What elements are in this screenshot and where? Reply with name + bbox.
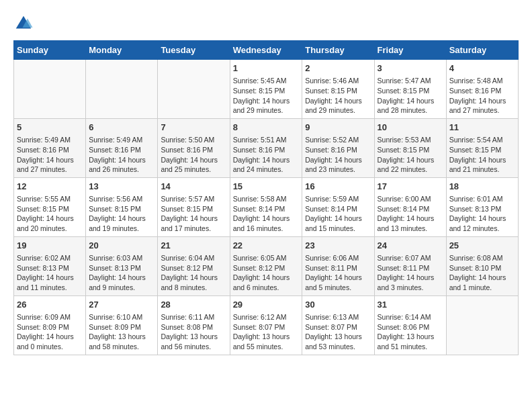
day-info: Sunset: 8:13 PM — [17, 263, 83, 273]
day-number: 13 — [89, 181, 154, 193]
calendar-cell: 22Sunrise: 6:05 AMSunset: 8:12 PMDayligh… — [230, 236, 302, 295]
day-number: 26 — [17, 299, 83, 311]
day-info: Sunrise: 5:50 AM — [161, 135, 226, 145]
day-info: Daylight: 14 hours and 9 minutes. — [89, 273, 154, 292]
calendar-cell: 25Sunrise: 6:08 AMSunset: 8:10 PMDayligh… — [446, 236, 518, 295]
day-info: Sunset: 8:16 PM — [89, 145, 154, 155]
calendar-cell: 31Sunrise: 6:14 AMSunset: 8:06 PMDayligh… — [374, 295, 446, 355]
day-info: Sunrise: 5:58 AM — [233, 194, 300, 204]
weekday-header-thursday: Thursday — [302, 41, 374, 60]
day-info: Sunset: 8:13 PM — [449, 204, 515, 214]
day-info: Sunrise: 5:56 AM — [89, 194, 154, 204]
day-info: Sunset: 8:15 PM — [449, 145, 515, 155]
day-number: 17 — [378, 181, 443, 193]
day-info: Sunrise: 6:03 AM — [89, 253, 154, 263]
calendar-cell — [14, 60, 86, 119]
day-info: Sunset: 8:14 PM — [305, 204, 371, 214]
day-info: Sunrise: 6:09 AM — [17, 312, 83, 322]
day-info: Sunset: 8:10 PM — [449, 263, 515, 273]
day-info: Sunset: 8:16 PM — [233, 145, 300, 155]
day-info: Daylight: 14 hours and 25 minutes. — [161, 155, 226, 175]
day-info: Sunrise: 6:04 AM — [161, 253, 226, 263]
calendar-week-row: 26Sunrise: 6:09 AMSunset: 8:09 PMDayligh… — [14, 295, 519, 355]
calendar-cell: 7Sunrise: 5:50 AMSunset: 8:16 PMDaylight… — [158, 118, 230, 177]
day-info: Daylight: 14 hours and 27 minutes. — [17, 155, 83, 175]
calendar-cell: 23Sunrise: 6:06 AMSunset: 8:11 PMDayligh… — [302, 236, 374, 295]
calendar-cell: 24Sunrise: 6:07 AMSunset: 8:11 PMDayligh… — [374, 236, 446, 295]
calendar-cell: 6Sunrise: 5:49 AMSunset: 8:16 PMDaylight… — [86, 118, 158, 177]
day-info: Sunset: 8:08 PM — [161, 322, 226, 332]
day-number: 18 — [449, 181, 515, 193]
day-info: Daylight: 14 hours and 13 minutes. — [378, 214, 443, 233]
day-info: Sunrise: 6:06 AM — [305, 253, 371, 263]
day-info: Daylight: 14 hours and 29 minutes. — [305, 96, 371, 116]
day-info: Sunrise: 5:54 AM — [449, 135, 515, 145]
day-number: 16 — [305, 181, 371, 193]
day-info: Sunset: 8:07 PM — [233, 322, 300, 332]
day-number: 22 — [233, 240, 300, 252]
weekday-header-tuesday: Tuesday — [158, 41, 230, 60]
calendar-cell: 29Sunrise: 6:12 AMSunset: 8:07 PMDayligh… — [230, 295, 302, 355]
day-number: 28 — [161, 299, 226, 311]
calendar-cell: 9Sunrise: 5:52 AMSunset: 8:16 PMDaylight… — [302, 118, 374, 177]
day-info: Sunrise: 6:00 AM — [378, 194, 443, 204]
day-info: Daylight: 14 hours and 5 minutes. — [305, 273, 371, 292]
calendar-week-row: 12Sunrise: 5:55 AMSunset: 8:15 PMDayligh… — [14, 177, 519, 236]
day-info: Daylight: 14 hours and 27 minutes. — [449, 96, 515, 116]
day-info: Daylight: 14 hours and 6 minutes. — [233, 273, 300, 292]
day-info: Sunrise: 6:01 AM — [449, 194, 515, 204]
day-number: 1 — [233, 62, 300, 75]
day-info: Daylight: 13 hours and 56 minutes. — [161, 332, 226, 351]
calendar-cell: 12Sunrise: 5:55 AMSunset: 8:15 PMDayligh… — [14, 177, 86, 236]
day-info: Daylight: 13 hours and 51 minutes. — [378, 332, 443, 351]
calendar-cell: 2Sunrise: 5:46 AMSunset: 8:15 PMDaylight… — [302, 60, 374, 119]
day-info: Sunrise: 5:52 AM — [305, 135, 371, 145]
day-info: Daylight: 14 hours and 0 minutes. — [17, 332, 83, 351]
calendar-cell: 18Sunrise: 6:01 AMSunset: 8:13 PMDayligh… — [446, 177, 518, 236]
calendar-cell — [158, 60, 230, 119]
day-number: 9 — [305, 122, 371, 134]
day-info: Sunset: 8:16 PM — [161, 145, 226, 155]
day-number: 3 — [378, 62, 443, 75]
day-info: Daylight: 14 hours and 19 minutes. — [89, 214, 154, 233]
day-info: Daylight: 14 hours and 3 minutes. — [378, 273, 443, 292]
day-info: Sunrise: 5:48 AM — [449, 76, 515, 86]
weekday-header-row: SundayMondayTuesdayWednesdayThursdayFrid… — [14, 41, 519, 60]
weekday-header-wednesday: Wednesday — [230, 41, 302, 60]
calendar-week-row: 5Sunrise: 5:49 AMSunset: 8:16 PMDaylight… — [14, 118, 519, 177]
calendar-cell: 3Sunrise: 5:47 AMSunset: 8:15 PMDaylight… — [374, 60, 446, 119]
day-info: Daylight: 14 hours and 26 minutes. — [89, 155, 154, 175]
day-info: Sunset: 8:13 PM — [89, 263, 154, 273]
day-info: Daylight: 14 hours and 15 minutes. — [305, 214, 371, 233]
day-info: Daylight: 13 hours and 55 minutes. — [233, 332, 300, 351]
calendar-week-row: 1Sunrise: 5:45 AMSunset: 8:15 PMDaylight… — [14, 60, 519, 119]
day-info: Sunset: 8:16 PM — [17, 145, 83, 155]
calendar-cell: 19Sunrise: 6:02 AMSunset: 8:13 PMDayligh… — [14, 236, 86, 295]
page-header — [13, 13, 519, 34]
calendar-cell: 27Sunrise: 6:10 AMSunset: 8:09 PMDayligh… — [86, 295, 158, 355]
day-info: Sunrise: 5:49 AM — [17, 135, 83, 145]
day-number: 23 — [305, 240, 371, 252]
day-info: Daylight: 14 hours and 17 minutes. — [161, 214, 226, 233]
day-info: Daylight: 14 hours and 22 minutes. — [378, 155, 443, 175]
day-info: Daylight: 13 hours and 53 minutes. — [305, 332, 371, 351]
day-info: Sunset: 8:14 PM — [378, 204, 443, 214]
calendar-cell: 8Sunrise: 5:51 AMSunset: 8:16 PMDaylight… — [230, 118, 302, 177]
calendar-week-row: 19Sunrise: 6:02 AMSunset: 8:13 PMDayligh… — [14, 236, 519, 295]
day-info: Sunrise: 6:13 AM — [305, 312, 371, 322]
day-number: 10 — [378, 122, 443, 134]
day-info: Sunrise: 5:49 AM — [89, 135, 154, 145]
day-info: Sunset: 8:12 PM — [233, 263, 300, 273]
day-info: Sunset: 8:15 PM — [305, 86, 371, 96]
day-number: 30 — [305, 299, 371, 311]
day-info: Sunrise: 6:14 AM — [378, 312, 443, 322]
calendar-cell: 20Sunrise: 6:03 AMSunset: 8:13 PMDayligh… — [86, 236, 158, 295]
calendar-cell — [446, 295, 518, 355]
day-info: Sunrise: 6:08 AM — [449, 253, 515, 263]
day-info: Sunset: 8:07 PM — [305, 322, 371, 332]
calendar-cell: 4Sunrise: 5:48 AMSunset: 8:16 PMDaylight… — [446, 60, 518, 119]
weekday-header-saturday: Saturday — [446, 41, 518, 60]
calendar-cell: 16Sunrise: 5:59 AMSunset: 8:14 PMDayligh… — [302, 177, 374, 236]
day-info: Sunset: 8:09 PM — [89, 322, 154, 332]
day-number: 24 — [378, 240, 443, 252]
